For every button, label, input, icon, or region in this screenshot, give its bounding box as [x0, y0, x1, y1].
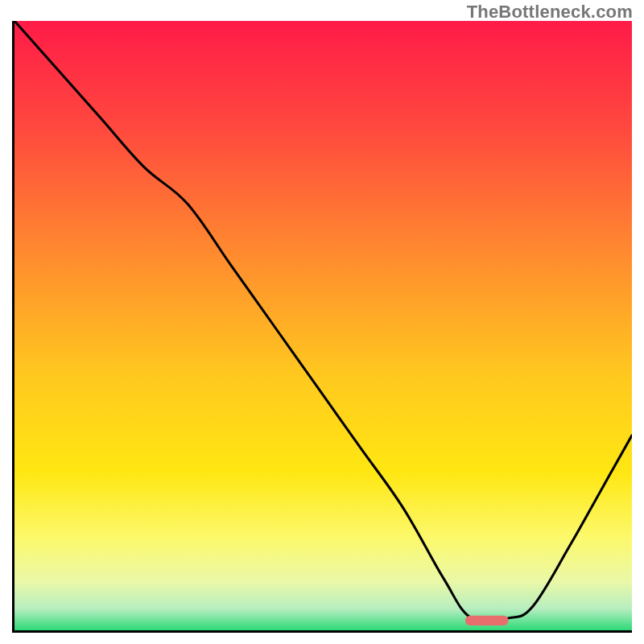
bottleneck-curve — [14, 21, 632, 621]
optimal-marker — [465, 616, 509, 625]
watermark-text: TheBottleneck.com — [467, 2, 633, 23]
plot-area — [12, 21, 632, 633]
chart-frame: TheBottleneck.com — [0, 0, 644, 644]
curve-layer — [14, 21, 632, 630]
